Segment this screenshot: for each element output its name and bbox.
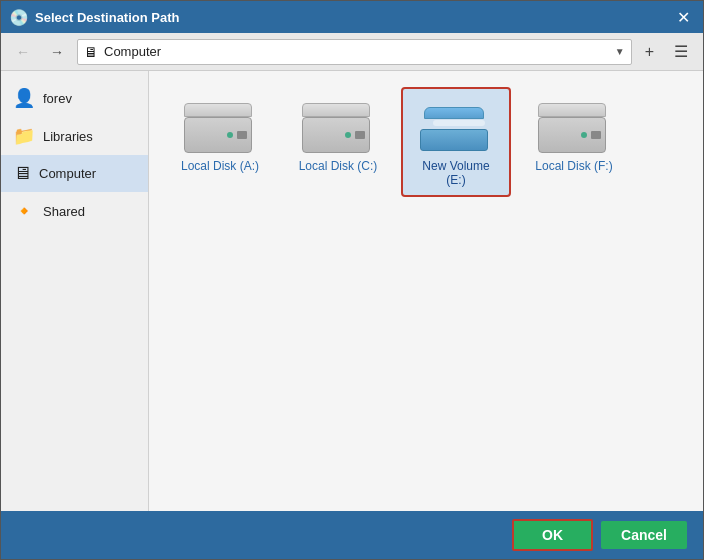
dialog-icon: 💿: [9, 8, 27, 26]
file-label-local-f: Local Disk (F:): [535, 159, 612, 173]
main-content: 👤 forev 📁 Libraries 🖥 Computer 🔸 Shared: [1, 71, 703, 511]
address-text: Computer: [104, 44, 161, 59]
file-item-local-a[interactable]: Local Disk (A:): [165, 87, 275, 197]
sidebar-item-libraries[interactable]: 📁 Libraries: [1, 117, 148, 155]
address-icon: 🖥: [84, 44, 98, 60]
sidebar-label-shared: Shared: [43, 204, 85, 219]
new-folder-button[interactable]: +: [638, 39, 661, 65]
new-volume-icon: [420, 97, 492, 153]
file-item-new-volume[interactable]: New Volume (E:): [401, 87, 511, 197]
title-bar-left: 💿 Select Destination Path: [9, 8, 179, 26]
close-button[interactable]: ✕: [671, 5, 695, 29]
hdd-icon-a: [184, 97, 256, 153]
sidebar-item-forev[interactable]: 👤 forev: [1, 79, 148, 117]
sidebar-label-libraries: Libraries: [43, 129, 93, 144]
hdd-icon-c: [302, 97, 374, 153]
ok-button[interactable]: OK: [512, 519, 593, 551]
user-icon: 👤: [13, 87, 35, 109]
sidebar-item-computer[interactable]: 🖥 Computer: [1, 155, 148, 192]
dialog-title: Select Destination Path: [35, 10, 179, 25]
address-dropdown[interactable]: ▼: [615, 46, 625, 57]
cancel-button[interactable]: Cancel: [601, 521, 687, 549]
sidebar-item-shared[interactable]: 🔸 Shared: [1, 192, 148, 230]
back-button[interactable]: ←: [9, 40, 37, 64]
file-area: Local Disk (A:) Local Disk (C:): [149, 71, 703, 511]
sidebar-label-forev: forev: [43, 91, 72, 106]
title-bar: 💿 Select Destination Path ✕: [1, 1, 703, 33]
file-label-new-volume: New Volume (E:): [411, 159, 501, 187]
address-bar: 🖥 Computer ▼: [77, 39, 632, 65]
hdd-icon-f: [538, 97, 610, 153]
file-label-local-a: Local Disk (A:): [181, 159, 259, 173]
bottom-bar: OK Cancel: [1, 511, 703, 559]
sidebar-label-computer: Computer: [39, 166, 96, 181]
file-label-local-c: Local Disk (C:): [299, 159, 378, 173]
file-item-local-c[interactable]: Local Disk (C:): [283, 87, 393, 197]
shared-icon: 🔸: [13, 200, 35, 222]
file-item-local-f[interactable]: Local Disk (F:): [519, 87, 629, 197]
forward-button[interactable]: →: [43, 40, 71, 64]
sidebar: 👤 forev 📁 Libraries 🖥 Computer 🔸 Shared: [1, 71, 149, 511]
computer-icon: 🖥: [13, 163, 31, 184]
view-button[interactable]: ☰: [667, 38, 695, 65]
toolbar: ← → 🖥 Computer ▼ + ☰: [1, 33, 703, 71]
dialog: 💿 Select Destination Path ✕ ← → 🖥 Comput…: [0, 0, 704, 560]
libraries-icon: 📁: [13, 125, 35, 147]
